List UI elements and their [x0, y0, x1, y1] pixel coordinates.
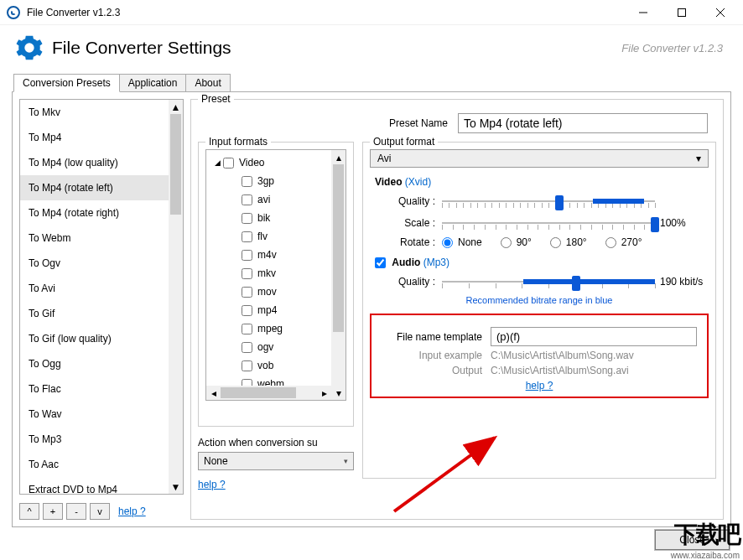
tab-bar: Conversion Presets Application About [13, 74, 743, 92]
format-checkbox[interactable] [242, 250, 252, 261]
filename-template-input[interactable] [491, 327, 697, 346]
preset-remove-button[interactable]: - [66, 503, 86, 520]
tree-item[interactable]: 3gp [213, 172, 331, 190]
tree-item[interactable]: vob [213, 356, 331, 375]
tab-about[interactable]: About [185, 74, 230, 92]
preset-item[interactable]: To Mp3 [20, 427, 169, 452]
preset-item[interactable]: To Webm [20, 226, 169, 251]
input-formats-tree[interactable]: ◢ Video 3gpavibikflvm4vmkvmovmp4mpegogvv… [205, 149, 346, 401]
rotate-radio[interactable] [442, 237, 453, 248]
preset-item[interactable]: To Ogg [20, 351, 169, 376]
preset-move-up-button[interactable]: ^ [19, 503, 39, 520]
format-checkbox[interactable] [242, 379, 252, 386]
preset-legend: Preset [198, 93, 234, 105]
scroll-right-icon[interactable]: ▸ [317, 386, 331, 400]
audio-section-label: Audio (Mp3) [375, 257, 709, 268]
header: File Converter Settings File Converter v… [0, 25, 743, 74]
scroll-thumb[interactable] [221, 387, 296, 398]
maximize-button[interactable] [662, 0, 701, 25]
audio-quality-slider[interactable] [442, 273, 655, 290]
scroll-down-icon[interactable]: ▼ [169, 480, 183, 494]
audio-quality-value: 190 kbit/s [655, 276, 709, 288]
tree-item[interactable]: bik [213, 209, 331, 227]
preset-move-down-button[interactable]: v [90, 503, 110, 520]
format-checkbox[interactable] [242, 213, 252, 224]
preset-item[interactable]: To Mp4 (low quality) [20, 150, 169, 175]
scroll-left-icon[interactable]: ◂ [206, 386, 221, 400]
preset-scrollbar[interactable]: ▲ ▼ [169, 100, 183, 494]
output-format-dropdown[interactable]: Avi ▾ [370, 149, 709, 168]
tree-hscroll[interactable]: ◂ ▸ [206, 386, 331, 400]
action-help-link[interactable]: help ? [198, 479, 226, 490]
tree-item[interactable]: mpeg [213, 319, 331, 338]
format-checkbox[interactable] [242, 324, 252, 334]
rotate-option[interactable]: 180° [550, 236, 587, 248]
video-quality-label: Quality : [370, 195, 442, 207]
action-dropdown[interactable]: None ▾ [198, 452, 354, 470]
rotate-option[interactable]: 90° [501, 236, 532, 248]
format-label: mkv [257, 267, 276, 279]
tree-item[interactable]: webm [213, 375, 331, 386]
scroll-up-icon[interactable]: ▴ [331, 150, 346, 164]
preset-item[interactable]: To Avi [20, 276, 169, 301]
tree-root-video[interactable]: ◢ Video [213, 153, 331, 172]
format-checkbox[interactable] [242, 360, 252, 371]
format-checkbox[interactable] [242, 194, 252, 205]
output-format-fieldset: Output format Avi ▾ Video (Xvid) Quality… [362, 142, 716, 479]
tree-item[interactable]: mov [213, 283, 331, 301]
collapse-icon[interactable]: ◢ [213, 158, 221, 167]
scroll-up-icon[interactable]: ▲ [169, 100, 183, 114]
preset-item[interactable]: To Mkv [20, 100, 169, 125]
rotate-option[interactable]: 270° [605, 236, 642, 248]
format-checkbox[interactable] [242, 176, 252, 187]
format-label: 3gp [257, 175, 274, 187]
format-checkbox[interactable] [242, 268, 252, 279]
version-label: File Converter v1.2.3 [621, 42, 723, 54]
scroll-thumb[interactable] [170, 114, 181, 215]
tree-vscroll[interactable]: ▴ ▾ [331, 150, 346, 400]
close-button[interactable] [701, 0, 740, 25]
format-checkbox[interactable] [242, 305, 252, 316]
rotate-radio[interactable] [605, 237, 616, 248]
format-checkbox[interactable] [242, 231, 252, 242]
tree-item[interactable]: mkv [213, 264, 331, 283]
preset-item[interactable]: To Wav [20, 402, 169, 427]
rotate-radio[interactable] [501, 237, 512, 248]
tree-item[interactable]: mp4 [213, 301, 331, 319]
format-label: webm [257, 378, 284, 386]
tree-item[interactable]: ogv [213, 338, 331, 356]
preset-name-input[interactable] [458, 113, 708, 133]
preset-item[interactable]: To Mp4 (rotate left) [20, 175, 169, 200]
preset-item[interactable]: Extract DVD to Mp4 [20, 477, 169, 494]
preset-item[interactable]: To Mp4 [20, 125, 169, 150]
input-formats-legend: Input formats [205, 136, 271, 148]
video-quality-slider[interactable] [442, 193, 655, 210]
minimize-button[interactable] [624, 0, 662, 25]
preset-item[interactable]: To Flac [20, 376, 169, 402]
preset-item[interactable]: To Mp4 (rotate right) [20, 200, 169, 226]
scroll-down-icon[interactable]: ▾ [331, 386, 346, 400]
filename-help-link[interactable]: help ? [526, 380, 553, 391]
audio-checkbox[interactable] [375, 257, 386, 268]
video-checkbox[interactable] [223, 158, 234, 169]
tree-item[interactable]: flv [213, 227, 331, 246]
preset-item[interactable]: To Ogv [20, 251, 169, 276]
format-label: mov [257, 286, 277, 298]
watermark-text: 下载吧 [671, 519, 740, 551]
tab-application[interactable]: Application [119, 74, 187, 92]
video-scale-slider[interactable] [442, 215, 655, 231]
preset-item[interactable]: To Gif (low quality) [20, 326, 169, 351]
rotate-option[interactable]: None [442, 236, 482, 248]
preset-list[interactable]: To MkvTo Mp4To Mp4 (low quality)To Mp4 (… [19, 99, 184, 495]
rotate-radio[interactable] [550, 237, 561, 248]
preset-help-link[interactable]: help ? [118, 506, 146, 517]
preset-add-button[interactable]: + [43, 503, 63, 520]
format-checkbox[interactable] [242, 342, 252, 353]
scroll-thumb[interactable] [333, 164, 344, 332]
preset-item[interactable]: To Gif [20, 301, 169, 326]
tree-item[interactable]: m4v [213, 246, 331, 264]
tab-conversion-presets[interactable]: Conversion Presets [13, 74, 120, 92]
tree-item[interactable]: avi [213, 190, 331, 209]
format-checkbox[interactable] [242, 287, 252, 298]
preset-item[interactable]: To Aac [20, 452, 169, 477]
